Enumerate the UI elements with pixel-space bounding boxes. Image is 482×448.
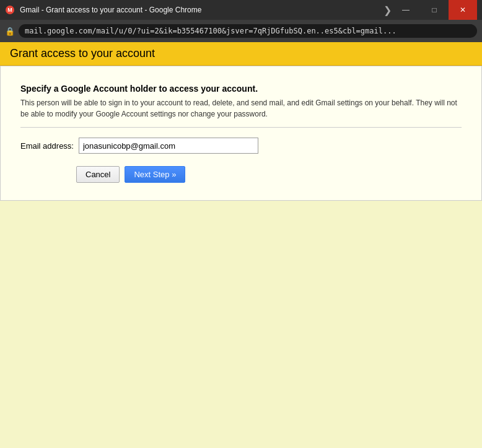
title-bar: M Gmail - Grant access to your account -… [0,0,482,20]
window-title: Gmail - Grant access to your account - G… [20,6,379,14]
page-title: Grant access to your account [10,47,472,60]
email-input[interactable] [79,138,258,154]
lock-icon: 🔒 [5,27,15,36]
minimize-button[interactable]: — [392,0,420,20]
email-label: Email address: [20,141,74,151]
address-bar: 🔒 mail.google.com/mail/u/0/?ui=2&ik=b355… [0,20,482,42]
content-inner: Specify a Google Account holder to acces… [11,76,471,190]
cancel-button[interactable]: Cancel [76,166,120,183]
next-step-button[interactable]: Next Step » [125,166,185,183]
gmail-icon: M [6,6,14,14]
close-button[interactable]: ✕ [449,0,477,20]
content-area: Specify a Google Account holder to acces… [0,66,482,201]
section-description: This person will be able to sign in to y… [20,97,462,128]
maximize-button[interactable]: □ [420,0,449,20]
page-body [0,201,482,448]
page-header: Grant access to your account [0,42,482,66]
window-controls: — □ ✕ [392,0,477,20]
email-form-row: Email address: [20,138,462,154]
favicon: M [5,5,15,15]
buttons-row: Cancel Next Step » [76,166,462,183]
url-bar[interactable]: mail.google.com/mail/u/0/?ui=2&ik=b35546… [19,24,477,38]
chrome-arrow-icon: ❯ [383,4,392,16]
section-title: Specify a Google Account holder to acces… [20,84,462,94]
